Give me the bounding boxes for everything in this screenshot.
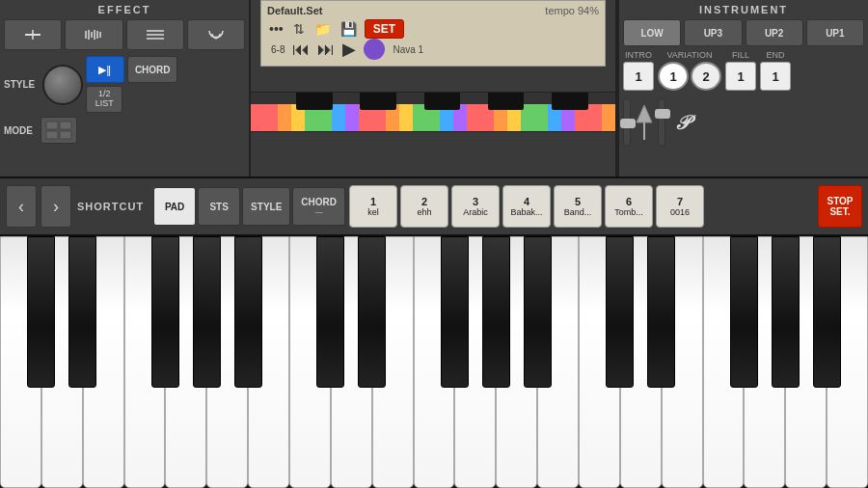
shortcut-tab-style[interactable]: STYLE — [242, 187, 290, 226]
black-key-8[interactable] — [441, 236, 469, 388]
default-set-popup: Default.Set tempo 94% ••• ⇅ 📁 💾 SET 6-8 … — [260, 0, 606, 67]
slider-1[interactable] — [623, 98, 631, 147]
instrument-title: INSTRUMENT — [623, 4, 864, 15]
rewind-button[interactable]: ⏮ — [292, 40, 310, 60]
svg-rect-15 — [60, 131, 71, 139]
black-key-4[interactable] — [193, 236, 221, 388]
svg-marker-16 — [637, 105, 652, 122]
fill-label: FILL — [732, 50, 749, 60]
style-knob[interactable] — [42, 65, 83, 105]
effect-btn-chorus[interactable] — [126, 19, 184, 50]
svg-rect-12 — [46, 122, 58, 129]
default-set-title: Default.Set — [267, 5, 322, 16]
style-label: STYLE — [4, 79, 35, 90]
fast-forward-button[interactable]: ⏭ — [317, 40, 335, 60]
mode-label: MODE — [4, 125, 33, 136]
piano-keyboard — [0, 236, 868, 488]
black-key-9[interactable] — [482, 236, 510, 388]
black-key-6[interactable] — [316, 236, 344, 388]
svg-rect-14 — [46, 131, 58, 139]
nava-label: Nava 1 — [393, 44, 423, 55]
instrument-btn-low[interactable]: LOW — [623, 19, 681, 46]
fill-button[interactable]: 1 — [725, 62, 756, 91]
nav-left-button[interactable]: ‹ — [6, 185, 37, 228]
svg-rect-13 — [60, 122, 71, 129]
black-key-3[interactable] — [151, 236, 179, 388]
shortcut-tab-sts[interactable]: STS — [198, 187, 240, 226]
black-key-1[interactable] — [27, 236, 55, 388]
black-key-13[interactable] — [730, 236, 758, 388]
stop-set-button[interactable]: STOP SET. — [818, 185, 862, 228]
popup-icons-row: ••• ⇅ 📁 💾 — [267, 19, 359, 39]
style-half-list-button[interactable]: 1/2LIST — [86, 86, 122, 113]
mini-keyboard — [251, 92, 615, 132]
variation-btn-1[interactable]: 1 — [658, 62, 689, 91]
shortcut-item-2[interactable]: 2 ehh — [400, 185, 448, 228]
black-key-12[interactable] — [647, 236, 675, 388]
play-button[interactable]: ▶ — [342, 39, 356, 60]
shortcut-tab-pad[interactable]: PAD — [153, 187, 196, 226]
style-chord-button[interactable]: CHORD — [127, 56, 177, 83]
effect-btn-reverb[interactable] — [65, 19, 122, 50]
end-label: END — [766, 50, 784, 60]
shortcut-tabs-row: PAD STS STYLE CHORD — — [153, 187, 345, 226]
instrument-btn-up3[interactable]: UP3 — [684, 19, 742, 46]
mode-button[interactable] — [41, 117, 77, 144]
black-key-7[interactable] — [358, 236, 386, 388]
variation-btn-2[interactable]: 2 — [691, 62, 721, 91]
style-play-button[interactable]: ▶‖ — [86, 56, 124, 83]
effect-btn-wireless[interactable] — [187, 19, 245, 50]
popup-dots-button[interactable]: ••• — [267, 19, 285, 39]
effect-btn-minus[interactable] — [4, 19, 62, 50]
shortcut-item-1[interactable]: 1 kel — [349, 185, 397, 228]
tempo-display: tempo 94% — [545, 5, 599, 16]
shortcut-items-list: 1 kel 2 ehh 3 Arabic 4 Babak... 5 Band..… — [349, 185, 814, 228]
shortcut-bar: ‹ › SHORTCUT PAD STS STYLE CHORD — 1 kel… — [0, 178, 868, 236]
black-key-15[interactable] — [813, 236, 841, 388]
instrument-btn-up2[interactable]: UP2 — [746, 19, 803, 46]
p-symbol: 𝒫 — [675, 112, 689, 134]
nav-right-button[interactable]: › — [41, 185, 71, 228]
shortcut-tab-chord[interactable]: CHORD — — [292, 187, 345, 226]
black-key-2[interactable] — [68, 236, 96, 388]
effect-title: EFFECT — [4, 4, 245, 15]
shortcut-item-6[interactable]: 6 Tomb... — [605, 185, 653, 228]
shortcut-item-4[interactable]: 4 Babak... — [502, 185, 551, 228]
black-key-11[interactable] — [606, 236, 634, 388]
popup-save-button[interactable]: 💾 — [339, 19, 359, 39]
intro-button[interactable]: 1 — [623, 62, 654, 91]
intro-label: INTRO — [625, 50, 652, 60]
black-key-5[interactable] — [234, 236, 262, 388]
end-button[interactable]: 1 — [760, 62, 791, 91]
set-button[interactable]: SET — [365, 19, 404, 39]
effect-buttons-group — [4, 19, 245, 50]
black-key-14[interactable] — [772, 236, 800, 388]
shortcut-title: SHORTCUT — [77, 201, 144, 212]
popup-folder-button[interactable]: 📁 — [312, 19, 333, 39]
svg-point-11 — [214, 37, 217, 40]
shortcut-item-3[interactable]: 3 Arabic — [451, 185, 500, 228]
instrument-sliders: 𝒫 — [623, 98, 864, 147]
timing-display: 6-8 — [271, 44, 285, 55]
popup-eq-button[interactable]: ⇅ — [291, 19, 307, 39]
variation-label: VARIATION — [666, 50, 712, 60]
shortcut-item-5[interactable]: 5 Band... — [554, 185, 602, 228]
nava-indicator — [364, 39, 385, 60]
shortcut-item-7[interactable]: 7 0016 — [656, 185, 704, 228]
black-key-10[interactable] — [524, 236, 552, 388]
instrument-top-row: LOW UP3 UP2 UP1 — [623, 19, 864, 46]
instrument-btn-up1[interactable]: UP1 — [806, 19, 864, 46]
slider-2[interactable] — [658, 98, 665, 147]
popup-controls-row: 6-8 ⏮ ⏭ ▶ Nava 1 — [267, 39, 599, 60]
